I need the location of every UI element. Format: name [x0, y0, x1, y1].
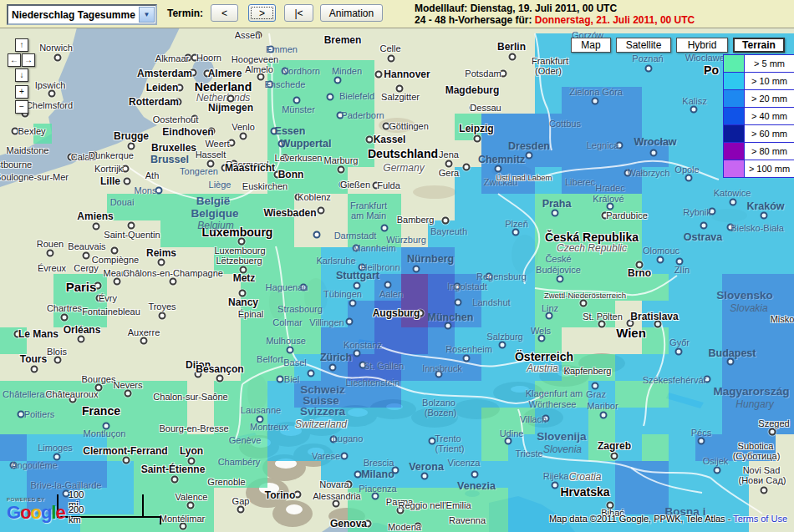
- zoom-in-button[interactable]: +: [15, 85, 28, 99]
- animation-button[interactable]: Animation: [320, 4, 383, 22]
- city-marker: [700, 222, 708, 230]
- map-label: Subotica: [738, 441, 774, 451]
- map-label: Innsbruck: [422, 363, 462, 373]
- city-marker: [645, 65, 653, 73]
- map-label: Brescia: [364, 458, 394, 468]
- map-type-map[interactable]: Map: [571, 38, 611, 53]
- map-label: Compiègne: [92, 255, 139, 265]
- legend-row: > 10 mm: [724, 73, 794, 90]
- map-label: Genève: [229, 435, 262, 445]
- map-label: Slovakia: [730, 302, 767, 314]
- map-label: Kassel: [374, 134, 406, 145]
- layer-select-value: Niederschlag Tagesumme: [12, 9, 135, 21]
- map-label: (Bozen): [425, 408, 457, 418]
- map-type-satellite[interactable]: Satellite: [616, 38, 671, 53]
- city-marker: [48, 90, 56, 98]
- map-label: Brive-la-Gaillarde: [31, 480, 102, 490]
- map-label: Wałbrzych: [628, 168, 670, 178]
- map-label: Belgique: [191, 207, 238, 220]
- city-marker: [54, 357, 62, 364]
- map-label: Le Mans: [18, 328, 59, 340]
- city-marker: [421, 473, 429, 480]
- map-label: Poitiers: [24, 409, 55, 419]
- map-label: Germany: [383, 162, 424, 174]
- map-label: Wiesbaden: [263, 207, 316, 219]
- map-label: Norwich: [39, 43, 73, 53]
- city-marker: [128, 222, 135, 230]
- pan-right-button[interactable]: →: [22, 53, 35, 67]
- legend-label: > 10 mm: [745, 73, 794, 89]
- layer-select[interactable]: Niederschlag Tagesumme ▼: [7, 4, 157, 25]
- map-label: Switzerland: [295, 418, 347, 430]
- map-label: Bourg-en-Bresse: [159, 423, 228, 433]
- map-type-terrain[interactable]: Terrain: [733, 38, 785, 53]
- city-marker: [61, 314, 69, 322]
- map-label: Rosenheim: [445, 344, 492, 354]
- map-label: Auxerre: [128, 327, 160, 337]
- city-marker: [592, 98, 599, 105]
- map-label: Hradec: [595, 183, 624, 193]
- map-label: Châteauroux: [46, 389, 99, 399]
- map-label: Troyes: [148, 301, 176, 312]
- map-label: Zagreb: [598, 440, 631, 452]
- legend-label: > 5 mm: [745, 55, 794, 72]
- google-logo-letter: o: [31, 502, 41, 523]
- map-label: Wrocław: [634, 136, 676, 148]
- map-label: Oosterhout: [153, 114, 198, 124]
- city-marker: [240, 133, 247, 140]
- map-canvas[interactable]: NorwichIpswichChelmsfordBexleyMaidstoneE…: [0, 0, 794, 532]
- map-label: Croatia: [569, 471, 602, 483]
- map-label: Modena: [388, 522, 421, 532]
- map-label: Magyarország: [714, 385, 790, 398]
- map-label: Eindhoven: [162, 126, 213, 138]
- map-label: Bielsko-Biała: [730, 223, 784, 233]
- city-marker: [499, 342, 506, 349]
- city-marker: [187, 502, 195, 509]
- city-marker: [611, 453, 618, 460]
- map-label: Olomouc: [643, 246, 679, 256]
- pan-left-button[interactable]: ←: [8, 53, 21, 67]
- termin-next-button[interactable]: >: [248, 4, 276, 22]
- termin-prev-button[interactable]: <: [211, 4, 238, 22]
- city-marker: [366, 136, 374, 144]
- select-dropdown-arrow-icon[interactable]: ▼: [139, 7, 155, 23]
- map-label: Rouen: [37, 239, 64, 249]
- map-label: Bremen: [324, 34, 362, 46]
- map-type-hybrid[interactable]: Hybrid: [676, 38, 728, 53]
- google-logo-text[interactable]: Google: [7, 502, 65, 524]
- pan-up-button[interactable]: ↑: [15, 38, 28, 52]
- city-marker: [114, 278, 121, 286]
- map-label: Poznań: [632, 53, 663, 63]
- map-label: Lugano: [333, 433, 364, 443]
- city-marker: [125, 390, 132, 398]
- legend-swatch: [724, 90, 745, 107]
- map-label: Évry: [99, 293, 117, 303]
- map-label: Praha: [542, 198, 572, 210]
- map-label: Wörthersee: [529, 399, 577, 409]
- map-label: Maastricht: [225, 162, 275, 174]
- map-label: Slovenia: [543, 443, 582, 455]
- legend-swatch: [724, 55, 745, 72]
- pan-down-button[interactable]: ↓: [15, 68, 28, 82]
- map-label: Alkmaar: [155, 53, 189, 63]
- terms-of-use-link[interactable]: Terms of Use: [733, 514, 787, 524]
- city-marker: [47, 250, 54, 257]
- map-label: Châlons-en-Champagne: [123, 268, 223, 278]
- map-label: Bonn: [278, 169, 304, 180]
- map-label: Venlo: [232, 122, 255, 132]
- map-label: Cottbus: [549, 119, 581, 129]
- map-label: Liberec: [565, 177, 595, 187]
- map-label: Dunkerque: [89, 150, 134, 160]
- map-label: Pardubice: [606, 210, 648, 220]
- map-label: Czech Republic: [557, 242, 627, 254]
- map-label: Enschede: [265, 79, 306, 89]
- termin-first-button[interactable]: |<: [284, 4, 313, 22]
- zoom-out-button[interactable]: −: [15, 100, 28, 114]
- map-label: Österreich: [515, 350, 573, 363]
- map-label: Mons: [135, 185, 157, 195]
- map-label: Magdeburg: [445, 84, 500, 96]
- city-marker: [31, 366, 38, 373]
- map-label: Amiens: [77, 210, 113, 222]
- city-marker: [512, 229, 520, 236]
- map-label: Montluçon: [84, 428, 126, 438]
